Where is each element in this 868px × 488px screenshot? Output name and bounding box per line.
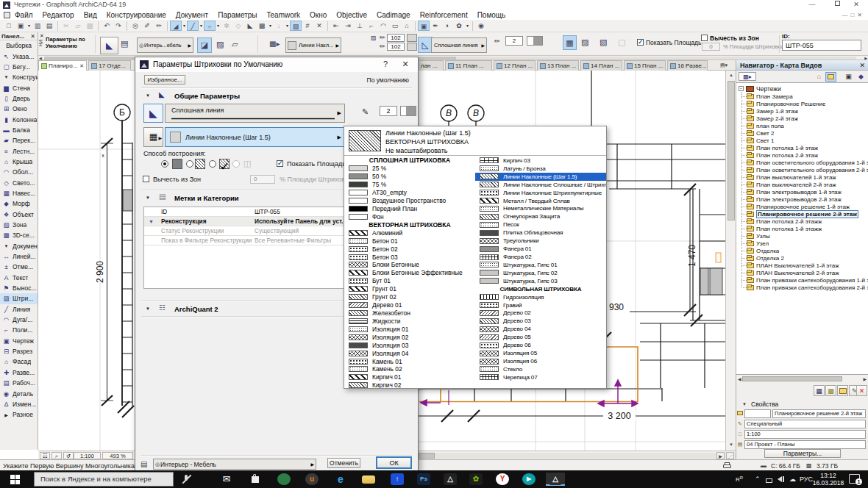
scale-box[interactable]: 1:100 [74, 452, 101, 459]
toolbar-icon[interactable]: ◗ [441, 21, 453, 31]
toolbox-item[interactable]: ▧ Зона [0, 220, 38, 230]
scroll-up-icon[interactable]: ▲ [727, 71, 736, 79]
toolbox-item[interactable]: ▼ Документ [0, 241, 38, 251]
taskbar-icon-player[interactable]: ▶ [519, 473, 538, 486]
tree-item[interactable]: План потолка 2-й этаж [736, 151, 868, 159]
toolbox-item[interactable]: ◠ Дуга/... [0, 315, 38, 325]
view-tab[interactable]: 14 План ... [580, 60, 622, 71]
line-pen-color[interactable] [527, 36, 543, 46]
toolbox-item[interactable]: ▯ Дверь [0, 93, 38, 104]
quick-icon-2[interactable]: ⌕ [51, 452, 62, 459]
line-type-icon-button[interactable]: ◣ [143, 104, 163, 123]
toolbox-item[interactable]: ▰ Перек... [0, 135, 38, 146]
view-tab[interactable]: лан ... [418, 60, 444, 71]
toolbar-icon[interactable]: ◎ [129, 21, 141, 31]
taskbar-icon-edge[interactable]: e [331, 473, 350, 486]
dialog-pen-color[interactable] [400, 106, 416, 116]
toolbox-item[interactable]: ▩ 3D-се... [0, 230, 38, 240]
toolbar-icon[interactable]: ↷ [113, 21, 124, 31]
people-icon[interactable]: RR [736, 476, 743, 488]
pattern-item[interactable]: Штукатурка, Гипс 03 [475, 277, 606, 285]
toolbar-icon[interactable]: ▧ [84, 21, 96, 31]
mdi-window-controls[interactable]: —□✕ [842, 12, 865, 18]
horizontal-scrollbar[interactable] [418, 453, 753, 459]
infobox-fill-combo[interactable]: Линии Накл...▶ [285, 37, 341, 53]
toolbox-item[interactable]: ▶ Разное [0, 409, 38, 420]
clock[interactable]: 13:12 16.03.2018 [812, 472, 844, 487]
quick-icon-1[interactable]: ☷ [40, 452, 50, 459]
pattern-item[interactable]: Треугольники [475, 237, 606, 245]
menu-item[interactable]: Документ [176, 11, 208, 19]
pattern-item[interactable]: Штукатурка, Гипс 01 [475, 261, 606, 269]
view-type-field[interactable]: Специальный [744, 420, 866, 428]
toolbar-icon[interactable]: ◇ [232, 21, 244, 31]
tree-item[interactable]: План электровыводов 2-й этаж [736, 195, 868, 203]
dialog-title-bar[interactable]: Параметры Штриховки по Умолчанию ? ✕ [135, 57, 418, 72]
pattern-item[interactable]: Кирпич 03 [475, 157, 606, 165]
tree-item[interactable]: План осветительного оборудования 1-й эта… [736, 159, 868, 166]
toolbox-item[interactable]: ⌂ Фасад [0, 356, 38, 367]
tree-item[interactable]: Отделка [736, 247, 868, 254]
taskbar-icon-mail[interactable]: ✉ [217, 473, 236, 486]
toolbar-icon[interactable]: ✂ [60, 21, 72, 31]
toolbar-icon[interactable]: ▭ [389, 21, 401, 31]
toolbar-icon[interactable]: ⌂ [401, 21, 413, 31]
toolbar-icon[interactable]: ◉ [475, 21, 487, 31]
pattern-item[interactable]: Штукатурка, Гипс 02 [475, 269, 606, 277]
toolbox-item[interactable]: ◇ Свето... [0, 177, 38, 187]
tree-item[interactable]: План Замера [736, 93, 868, 100]
toolbox-item[interactable]: ◉ Деталь [0, 388, 38, 398]
vertical-scroll-thumb[interactable] [728, 81, 735, 220]
pattern-item[interactable]: Дерево 02 [475, 309, 606, 317]
pattern-item[interactable]: Изоляция 04 [344, 349, 475, 357]
taskbar-icon-store[interactable] [246, 473, 265, 486]
toolbar-icon[interactable]: ◠ [377, 21, 389, 31]
tree-item[interactable]: Планировочное решение 2-й этаж [736, 210, 868, 218]
pen-field-bottom[interactable]: 102 [387, 43, 405, 51]
resize-grip[interactable]: ⋰ [726, 452, 734, 459]
menu-item[interactable]: Вид [84, 11, 97, 19]
pen-field-top[interactable]: 102 [387, 34, 405, 42]
pattern-item[interactable]: Линии Наклонные Штрихпунктирные [475, 189, 606, 197]
menu-item[interactable]: Objective [336, 11, 367, 19]
taskbar-icon-autodesk[interactable]: △ [441, 473, 460, 486]
fill-geometry-rect-icon[interactable]: ▨ [216, 40, 224, 49]
toolbox-item[interactable]: ▆ Стена [0, 82, 38, 93]
menu-item[interactable]: Параметры [218, 11, 257, 19]
view-map-icon[interactable] [825, 72, 836, 82]
pattern-item[interactable]: Камень 02 [344, 365, 475, 373]
view-tab[interactable]: 17 Отде... [88, 60, 131, 71]
view-tab[interactable]: 13 План ... [537, 60, 579, 71]
pattern-item[interactable]: Стекло [475, 365, 606, 373]
toolbox-item[interactable]: ⊞ Окно [0, 104, 38, 114]
toolbox-item[interactable]: ◆ Морф [0, 198, 38, 209]
toolbox-item[interactable]: ◠ Обол... [0, 167, 38, 177]
toolbar-icon[interactable]: ⌔ [204, 21, 216, 31]
toolbar-icon[interactable]: ▣ [15, 21, 26, 31]
pen-color-bottom[interactable] [407, 43, 417, 51]
language-indicator[interactable]: РУС [800, 476, 813, 488]
toolbar-icon[interactable]: ▨ [290, 21, 302, 31]
navigator-header[interactable]: Навигатор - Карта Видов ✕ [736, 60, 868, 71]
pattern-item[interactable]: Линии Наклонные Сплошные / Штрихпунктирн… [475, 181, 606, 189]
fill-display-mode-1-icon[interactable]: ▦ [563, 35, 577, 50]
menu-item[interactable]: Reinforcement [420, 11, 468, 19]
toolbox-item[interactable]: ▼ Конструи [0, 72, 38, 82]
pattern-item[interactable]: Изоляция 05 [475, 349, 606, 357]
menu-item[interactable]: Редактор [43, 11, 74, 19]
toolbox-item[interactable]: ▨ Штри... [0, 293, 38, 304]
toolbar-icon[interactable]: ✏ [153, 21, 165, 31]
toolbar-icon[interactable]: ▱ [72, 21, 84, 31]
properties-section[interactable]: ▼Свойства [736, 399, 868, 409]
tree-item[interactable]: Узел [736, 240, 868, 247]
dialog-close-button[interactable]: ✕ [397, 60, 413, 69]
pattern-item[interactable]: Бетон 03 [344, 253, 475, 261]
toolbar-icon[interactable]: ◣ [244, 21, 256, 31]
dialog-layer-combo[interactable]: ◎Интерьер - Мебель▶ [153, 459, 316, 470]
ok-button[interactable]: ОК [376, 456, 412, 469]
menu-item[interactable]: Конструирование [107, 11, 166, 19]
tray-expand-icon[interactable]: ⌃ [755, 476, 761, 488]
pattern-item[interactable]: Дерево 06 [475, 341, 606, 349]
toolbar-icon[interactable]: ⇤ [330, 21, 342, 31]
close-button[interactable]: ✕ [846, 0, 867, 10]
